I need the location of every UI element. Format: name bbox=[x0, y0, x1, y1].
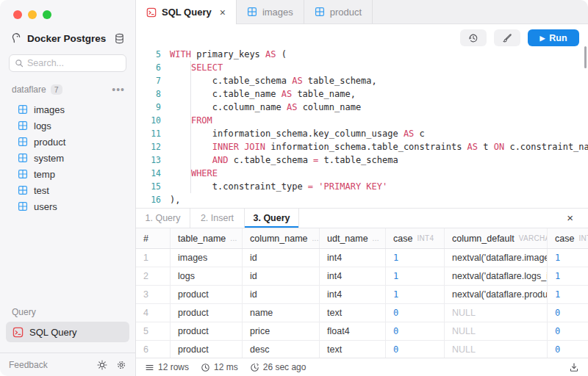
sidebar-item-product[interactable]: product bbox=[0, 134, 135, 150]
table-cell[interactable]: nextval('dataflare.product_id_... bbox=[445, 286, 548, 303]
tab-label: images bbox=[262, 7, 293, 18]
more-icon[interactable]: ••• bbox=[112, 84, 125, 95]
tab-sql-query[interactable]: SQL Query × bbox=[136, 0, 237, 24]
table-cell[interactable]: name bbox=[243, 304, 320, 322]
history-button[interactable] bbox=[460, 29, 487, 46]
traffic-light-minimize[interactable] bbox=[28, 10, 37, 19]
table-cell[interactable]: NULL bbox=[445, 341, 548, 358]
table-cell[interactable]: product bbox=[171, 341, 243, 358]
editor-scrollbar[interactable] bbox=[584, 46, 587, 68]
table-cell[interactable]: nextval('dataflare.logs_id_seq'... bbox=[445, 267, 548, 285]
table-cell[interactable]: 2 bbox=[136, 267, 171, 285]
code-line: 11 information_schema.key_column_usage A… bbox=[142, 127, 588, 140]
table-cell[interactable]: 1 bbox=[386, 286, 445, 303]
table-cell[interactable]: 1 bbox=[386, 267, 445, 285]
database-icon[interactable] bbox=[114, 33, 125, 44]
sidebar-item-logs[interactable]: logs bbox=[0, 118, 135, 134]
table-row[interactable]: 3productidint41nextval('dataflare.produc… bbox=[136, 286, 588, 304]
code-line: 9 c.column_name AS column_name bbox=[142, 101, 588, 114]
run-button[interactable]: ▶ Run bbox=[528, 29, 579, 46]
table-cell[interactable]: product bbox=[171, 322, 243, 340]
table-cell[interactable]: text bbox=[320, 304, 386, 322]
sidebar-item-test[interactable]: test bbox=[0, 182, 135, 198]
table-cell[interactable]: desc bbox=[243, 341, 320, 358]
close-icon[interactable]: × bbox=[220, 7, 226, 18]
result-tab-2[interactable]: 2. Insert bbox=[190, 209, 245, 228]
schema-row[interactable]: dataflare 7 ••• bbox=[0, 75, 135, 100]
table-cell[interactable]: NULL bbox=[445, 322, 548, 340]
table-cell[interactable]: 5 bbox=[136, 322, 171, 340]
table-cell[interactable]: 1 bbox=[548, 286, 588, 303]
result-grid: #table_name...column_name...udt_name...c… bbox=[136, 228, 588, 358]
table-row[interactable]: 2logsidint41nextval('dataflare.logs_id_s… bbox=[136, 267, 588, 286]
table-cell[interactable]: 0 bbox=[386, 304, 445, 322]
table-cell[interactable]: nextval('dataflare.images_id_s... bbox=[445, 249, 548, 267]
table-cell[interactable]: float4 bbox=[320, 322, 386, 340]
sidebar-item-temp[interactable]: temp bbox=[0, 166, 135, 182]
table-cell[interactable]: id bbox=[243, 249, 320, 267]
table-cell[interactable]: 0 bbox=[386, 322, 445, 340]
line-number: 13 bbox=[142, 153, 161, 167]
clock-icon bbox=[201, 363, 210, 372]
traffic-light-zoom[interactable] bbox=[43, 10, 51, 19]
table-row[interactable]: 6productdesctext0NULL0 bbox=[136, 341, 588, 358]
table-cell[interactable]: 0 bbox=[548, 322, 588, 340]
table-cell[interactable]: 3 bbox=[136, 286, 171, 303]
column-header[interactable]: udt_name... bbox=[320, 228, 386, 248]
search-box[interactable] bbox=[9, 54, 126, 72]
table-row[interactable]: 5productpricefloat40NULL0 bbox=[136, 322, 588, 341]
close-results-icon[interactable]: × bbox=[567, 212, 573, 224]
table-cell[interactable]: 1 bbox=[136, 249, 171, 267]
code-area[interactable]: 5WITH primary_keys AS (6 SELECT7 c.table… bbox=[136, 24, 588, 206]
tab-images[interactable]: images bbox=[237, 0, 304, 24]
sql-editor[interactable]: ▶ Run 5WITH primary_keys AS (6 SELECT7 c… bbox=[136, 24, 588, 208]
table-cell[interactable]: 1 bbox=[548, 249, 588, 267]
rows-icon bbox=[145, 363, 154, 372]
table-cell[interactable]: product bbox=[171, 286, 243, 303]
sidebar-item-sql-query[interactable]: SQL Query bbox=[6, 322, 129, 342]
table-cell[interactable]: 4 bbox=[136, 304, 171, 322]
column-header[interactable]: table_name... bbox=[171, 228, 243, 248]
result-tabs: 1. Query 2. Insert 3. Query × bbox=[136, 209, 588, 228]
format-button[interactable] bbox=[494, 29, 520, 46]
column-header[interactable]: # bbox=[136, 228, 171, 248]
table-cell[interactable]: 0 bbox=[548, 304, 588, 322]
table-row[interactable]: 1imagesidint41nextval('dataflare.images_… bbox=[136, 249, 588, 267]
result-tab-3[interactable]: 3. Query bbox=[245, 209, 299, 228]
table-cell[interactable]: 1 bbox=[548, 267, 588, 285]
traffic-light-close[interactable] bbox=[13, 10, 22, 19]
sidebar-item-users[interactable]: users bbox=[0, 198, 135, 214]
gear-icon[interactable] bbox=[116, 360, 126, 370]
table-cell[interactable]: 0 bbox=[548, 341, 588, 358]
table-cell[interactable]: id bbox=[243, 267, 320, 285]
search-input[interactable] bbox=[27, 58, 121, 68]
table-icon bbox=[18, 104, 28, 115]
download-icon[interactable] bbox=[569, 362, 579, 372]
table-cell[interactable]: int4 bbox=[320, 286, 386, 303]
sidebar-item-images[interactable]: images bbox=[0, 101, 135, 118]
table-cell[interactable]: 0 bbox=[386, 341, 445, 358]
feedback-link[interactable]: Feedback bbox=[9, 360, 88, 370]
table-cell[interactable]: id bbox=[243, 286, 320, 303]
theme-sun-icon[interactable] bbox=[97, 360, 107, 370]
table-row[interactable]: 4productnametext0NULL0 bbox=[136, 304, 588, 322]
tab-product[interactable]: product bbox=[304, 0, 373, 24]
column-header[interactable]: column_defaultVARCHAR bbox=[445, 228, 548, 248]
table-cell[interactable]: product bbox=[171, 304, 243, 322]
table-cell[interactable]: int4 bbox=[320, 267, 386, 285]
table-cell[interactable]: 6 bbox=[136, 341, 171, 358]
table-cell[interactable]: 1 bbox=[386, 249, 445, 267]
column-header[interactable]: caseINT4 bbox=[386, 228, 445, 248]
table-cell[interactable]: NULL bbox=[445, 304, 548, 322]
table-cell[interactable]: logs bbox=[171, 267, 243, 285]
code-line: 7 c.table_schema AS table_schema, bbox=[142, 74, 588, 87]
table-cell[interactable]: int4 bbox=[320, 249, 386, 267]
grid-body: 1imagesidint41nextval('dataflare.images_… bbox=[136, 249, 588, 358]
column-header[interactable]: column_name... bbox=[243, 228, 320, 248]
table-cell[interactable]: images bbox=[171, 249, 243, 267]
column-header[interactable]: caseINT4 bbox=[548, 228, 588, 248]
result-tab-1[interactable]: 1. Query bbox=[136, 209, 190, 228]
table-cell[interactable]: price bbox=[243, 322, 320, 340]
table-cell[interactable]: text bbox=[320, 341, 386, 358]
sidebar-item-system[interactable]: system bbox=[0, 150, 135, 166]
